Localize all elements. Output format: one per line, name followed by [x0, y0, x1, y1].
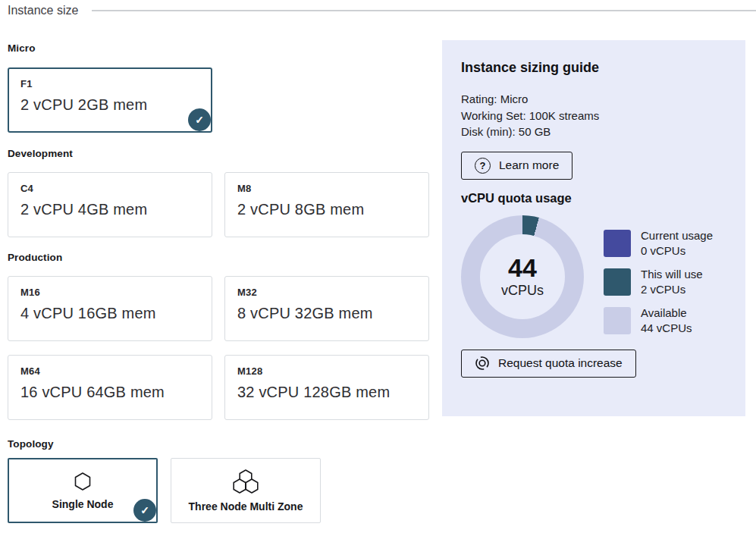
- page-title: Instance size: [8, 4, 78, 17]
- size-card-f1[interactable]: F1 2 vCPU 2GB mem ✓: [8, 67, 212, 133]
- size-card-spec: 4 vCPU 16GB mem: [20, 305, 199, 322]
- vcpu-donut-chart: 44 vCPUs: [461, 215, 584, 338]
- section-label-production: Production: [8, 252, 429, 263]
- guide-title: Instance sizing guide: [461, 60, 726, 76]
- size-card-name: M32: [237, 287, 416, 298]
- size-card-name: M128: [237, 365, 416, 377]
- quota-increase-icon: [475, 356, 490, 371]
- request-quota-label: Request quota increase: [498, 356, 623, 370]
- section-label-topology: Topology: [8, 438, 429, 450]
- size-card-spec: 2 vCPU 4GB mem: [20, 201, 199, 218]
- guide-rating: Rating: Micro: [461, 91, 726, 108]
- check-icon: ✓: [195, 114, 204, 126]
- instance-size-options: Micro F1 2 vCPU 2GB mem ✓ Development C4…: [8, 38, 429, 523]
- size-card-name: M16: [20, 287, 199, 298]
- question-circle-icon: ?: [475, 158, 491, 174]
- size-card-m64[interactable]: M64 16 vCPU 64GB mem: [8, 355, 212, 420]
- legend-item-this-will-use: This will use 2 vCPUs: [604, 267, 713, 297]
- quota-usage-title: vCPU quota usage: [461, 191, 726, 205]
- legend-swatch: [604, 307, 631, 334]
- legend-text: Available 44 vCPUs: [641, 306, 692, 336]
- instance-sizing-guide-panel: Instance sizing guide Rating: Micro Work…: [442, 40, 745, 416]
- donut-center-label: vCPUs: [501, 283, 544, 299]
- check-icon: ✓: [140, 504, 149, 516]
- guide-disk: Disk (min): 50 GB: [461, 124, 726, 140]
- size-card-name: M8: [237, 183, 416, 194]
- legend-item-available: Available 44 vCPUs: [604, 306, 713, 336]
- size-card-spec: 2 vCPU 8GB mem: [237, 201, 416, 218]
- three-hexagons-icon: [232, 469, 259, 494]
- legend-text: Current usage 0 vCPUs: [641, 228, 713, 259]
- size-card-c4[interactable]: C4 2 vCPU 4GB mem: [8, 172, 212, 237]
- learn-more-label: Learn more: [499, 158, 559, 172]
- size-card-name: F1: [20, 78, 199, 89]
- donut-center-value: 44: [508, 254, 537, 281]
- selected-badge: ✓: [188, 108, 211, 131]
- size-card-name: C4: [20, 183, 199, 194]
- size-card-m16[interactable]: M16 4 vCPU 16GB mem: [8, 276, 212, 341]
- vcpu-quota-chart: 44 vCPUs Current usage 0 vCPUs This will…: [461, 215, 726, 338]
- section-label-micro: Micro: [8, 42, 429, 54]
- legend-text: This will use 2 vCPUs: [641, 267, 703, 297]
- donut-center: 44 vCPUs: [480, 234, 565, 319]
- request-quota-increase-button[interactable]: Request quota increase: [461, 350, 636, 378]
- page-header: Instance size: [8, 4, 756, 17]
- size-card-spec: 16 vCPU 64GB mem: [20, 384, 199, 401]
- single-hexagon-icon: [74, 472, 92, 491]
- chart-legend: Current usage 0 vCPUs This will use 2 vC…: [604, 228, 713, 338]
- topology-option-label: Three Node Multi Zone: [189, 500, 303, 513]
- legend-swatch: [604, 268, 631, 296]
- topology-card-three-node-multi-zone[interactable]: Three Node Multi Zone: [171, 458, 321, 523]
- learn-more-button[interactable]: ? Learn more: [461, 152, 572, 180]
- guide-info: Rating: Micro Working Set: 100K streams …: [461, 91, 726, 140]
- size-card-spec: 32 vCPU 128GB mem: [237, 384, 416, 401]
- size-card-spec: 2 vCPU 2GB mem: [20, 96, 199, 114]
- topology-option-label: Single Node: [52, 498, 114, 510]
- size-card-m32[interactable]: M32 8 vCPU 32GB mem: [224, 276, 429, 341]
- topology-card-single-node[interactable]: Single Node ✓: [8, 458, 158, 523]
- legend-item-current-usage: Current usage 0 vCPUs: [604, 228, 713, 259]
- size-card-spec: 8 vCPU 32GB mem: [237, 305, 416, 322]
- size-card-name: M64: [20, 365, 199, 377]
- size-card-m128[interactable]: M128 32 vCPU 128GB mem: [224, 355, 429, 420]
- legend-swatch: [604, 230, 631, 257]
- size-card-m8[interactable]: M8 2 vCPU 8GB mem: [224, 172, 429, 237]
- guide-working-set: Working Set: 100K streams: [461, 108, 726, 124]
- header-divider: [92, 10, 756, 11]
- section-label-development: Development: [8, 148, 429, 159]
- selected-badge: ✓: [133, 499, 156, 522]
